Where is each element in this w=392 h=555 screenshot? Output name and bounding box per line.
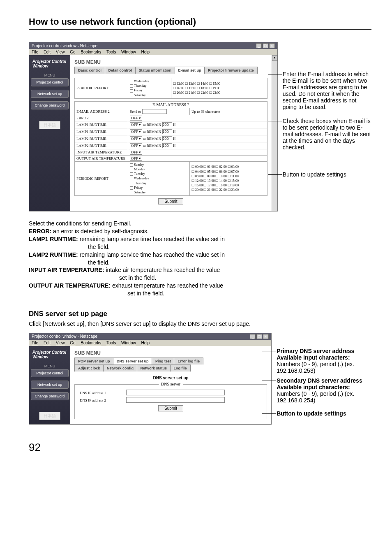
menu-edit[interactable]: Edit: [44, 50, 51, 54]
tab-network-status[interactable]: Network status: [137, 365, 171, 372]
checkbox-icon[interactable]: [130, 186, 133, 190]
day-tue: Tuesday: [134, 172, 145, 176]
maximize-icon[interactable]: □: [256, 334, 262, 339]
row-label: ERROR: [75, 115, 128, 121]
checkbox-icon[interactable]: [130, 191, 133, 194]
sidebar-item-projector-control[interactable]: Projector control: [31, 369, 69, 377]
cond-lamp1-lbl: LAMP1 RUNTIME:: [29, 236, 78, 242]
time-row: 12:00 ☐ 13:00 ☐ 14:00 ☐ 15:00: [195, 179, 239, 183]
sidebar-item-network-setup[interactable]: Network set up: [31, 381, 69, 389]
menu-file[interactable]: File: [32, 341, 38, 345]
sidebar-item-change-password[interactable]: Change password: [31, 101, 69, 109]
checkbox-icon[interactable]: [130, 182, 133, 185]
periodic-report-label2: PERIODIC REPORT: [75, 161, 128, 195]
error-select[interactable]: OFF ▾: [130, 116, 142, 121]
day-wed: Wednesday: [134, 79, 149, 83]
minimize-icon[interactable]: _: [256, 43, 262, 48]
submit-button[interactable]: Submit: [158, 198, 183, 204]
japanese-button[interactable]: 日本語: [39, 412, 60, 420]
checkbox-icon[interactable]: [130, 89, 133, 93]
sendto-input[interactable]: [142, 109, 167, 114]
browser-menubar: File Edit View Go Bookmarks Tools Window…: [29, 49, 277, 55]
dns-submit-button[interactable]: Submit: [158, 405, 183, 411]
tab-firmware-update[interactable]: Projector firmware update: [204, 67, 258, 74]
lamp1b-input[interactable]: [162, 129, 172, 134]
lamp1a-input[interactable]: [162, 122, 172, 127]
minimize-icon[interactable]: _: [250, 334, 256, 339]
menu-tools[interactable]: Tools: [106, 341, 116, 345]
tab-adjust-clock[interactable]: Adjust clock: [74, 365, 104, 372]
tab-email-setup[interactable]: E-mail set up: [175, 67, 205, 74]
tab-dns-server[interactable]: DNS server set up: [113, 358, 152, 365]
close-icon[interactable]: ×: [269, 43, 275, 48]
row-label: LAMP2 RUNTIME: [75, 142, 128, 149]
checkbox-icon[interactable]: [130, 177, 133, 180]
window-title: Projector control window - Netscape: [32, 334, 97, 339]
menu-view[interactable]: View: [56, 50, 65, 54]
checkbox-icon[interactable]: [130, 168, 133, 171]
conditions-block: Select the conditions for sending E-mail…: [29, 220, 371, 297]
menu-label: MENU: [31, 364, 69, 368]
dns-addr1-input[interactable]: [126, 390, 225, 395]
checkbox-icon[interactable]: [130, 163, 133, 167]
anno-check-boxes: Check these boxes when E-mail is to be s…: [283, 118, 371, 151]
inair-select[interactable]: OFF ▾: [130, 150, 142, 155]
tab-basic-control[interactable]: Basic control: [74, 67, 105, 74]
outair-select[interactable]: OFF ▾: [130, 156, 142, 161]
maximize-icon[interactable]: □: [263, 43, 268, 48]
dns-legend: DNS server: [159, 382, 183, 386]
sidebar-item-change-password[interactable]: Change password: [31, 392, 69, 400]
annotations-dns: Primary DNS server address Available inp…: [277, 333, 371, 420]
japanese-button[interactable]: 日本語: [39, 121, 60, 129]
anno-secondary-dns-b: Available input characters:: [277, 384, 350, 390]
lamp1a-select[interactable]: OFF ▾: [130, 122, 142, 127]
close-icon[interactable]: ×: [263, 334, 269, 339]
day-thu: Thursday: [134, 181, 146, 185]
tab-error-log[interactable]: Error log file: [174, 358, 203, 365]
tab-pop-server[interactable]: POP server set up: [74, 358, 113, 365]
tab-network-config[interactable]: Network config: [103, 365, 137, 372]
menu-file[interactable]: File: [32, 50, 38, 54]
scroll-up-icon[interactable]: ▴: [272, 55, 277, 61]
tab-ping-test[interactable]: Ping test: [152, 358, 175, 365]
app-main-email: SUB MENU Basic control Detail control St…: [70, 55, 272, 211]
menu-go[interactable]: Go: [70, 50, 75, 54]
cond-inair-txt2: set in the field.: [29, 274, 371, 282]
sidebar-item-network-setup[interactable]: Network set up: [31, 90, 69, 98]
menu-bookmarks[interactable]: Bookmarks: [81, 341, 101, 345]
checkbox-icon[interactable]: [130, 94, 133, 97]
lamp1b-select[interactable]: OFF ▾: [130, 129, 142, 134]
periodic-report-top: PERIODIC REPORT Wednesday Thursday Frida…: [74, 78, 267, 99]
tab-status-information[interactable]: Status information: [135, 67, 175, 74]
lamp2b-input[interactable]: [162, 143, 172, 148]
tab-log-file[interactable]: Log file: [170, 365, 191, 372]
times-col-bottom: ☐ 00:00 ☐ 01:00 ☐ 02:00 ☐ 03:00 ☐ 04:00 …: [190, 161, 267, 195]
checkbox-icon[interactable]: [130, 172, 133, 176]
lamp2a-input[interactable]: [162, 136, 172, 141]
checkbox-icon[interactable]: [130, 84, 133, 88]
menu-help[interactable]: Help: [141, 341, 150, 345]
anno-dns-update-button: Button to update settings: [277, 410, 371, 417]
dns-addr2-input[interactable]: [126, 397, 225, 403]
dns-fieldset: DNS server DNS IP address 1 DNS IP addre…: [74, 384, 267, 419]
anno-enter-email: Enter the E-mail address to which the E-…: [283, 71, 371, 110]
app-sidebar: Projector Control Window MENU Projector …: [29, 346, 70, 424]
tab-detail-control[interactable]: Detail control: [105, 67, 136, 74]
menu-edit[interactable]: Edit: [44, 341, 51, 345]
sidebar-item-projector-control[interactable]: Projector control: [31, 78, 69, 86]
scrollbar[interactable]: ▴: [272, 55, 277, 211]
menu-bookmarks[interactable]: Bookmarks: [81, 50, 101, 54]
lamp2b-select[interactable]: OFF ▾: [130, 143, 142, 148]
cond-lamp2-lbl: LAMP2 RUNTIME:: [29, 251, 78, 258]
menu-view[interactable]: View: [56, 341, 65, 345]
annotations-email: Enter the E-mail address to which the E-…: [283, 42, 371, 181]
menu-window[interactable]: Window: [121, 341, 136, 345]
dns-page-title: DNS server set up: [74, 376, 267, 380]
checkbox-icon[interactable]: [130, 80, 133, 83]
menu-help[interactable]: Help: [141, 50, 150, 54]
menu-go[interactable]: Go: [70, 341, 75, 345]
menu-window[interactable]: Window: [121, 50, 136, 54]
dns-addr1-label: DNS IP address 1: [80, 391, 125, 395]
menu-tools[interactable]: Tools: [106, 50, 116, 54]
lamp2a-select[interactable]: OFF ▾: [130, 136, 142, 141]
